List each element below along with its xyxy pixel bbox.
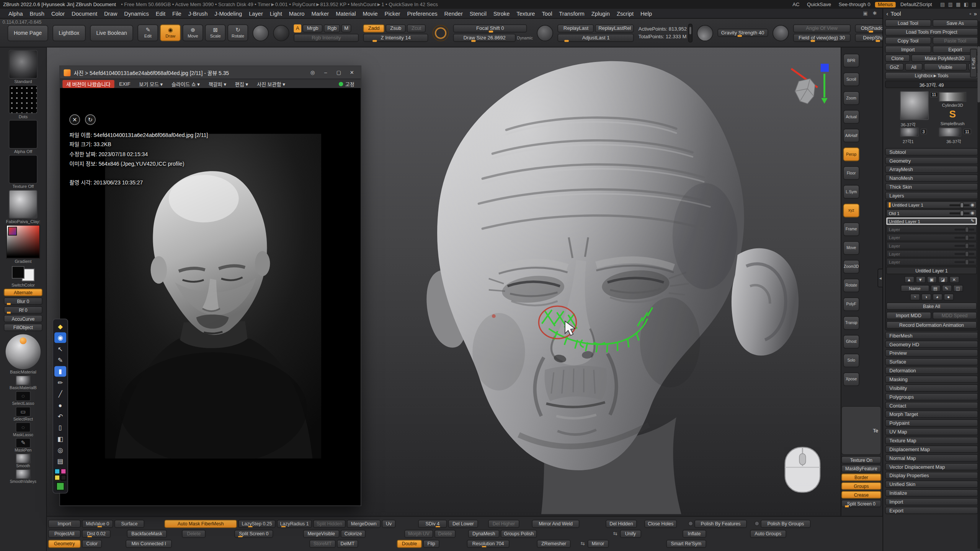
alpha-thumbnail[interactable]: Alpha Off (9, 120, 38, 153)
pin-tip-icon[interactable]: ◆ (54, 321, 66, 332)
layer-icon-3[interactable]: ◕ (932, 293, 942, 300)
tray-button[interactable]: Delete (182, 530, 206, 538)
tool-section[interactable]: NanoMesh (885, 174, 978, 182)
tool-section[interactable]: UV Map (885, 428, 978, 435)
exif-rotate-icon[interactable]: ↻ (85, 114, 96, 125)
right-shelf-button[interactable]: Zoom (843, 91, 859, 105)
tool-section[interactable]: Masking (885, 375, 978, 383)
layer-row[interactable]: Layer ◉ ✎ (886, 242, 977, 249)
layer-slider[interactable] (949, 212, 969, 214)
dock-back-icon[interactable]: ‹ (886, 11, 888, 17)
menu-item[interactable]: File (169, 10, 185, 16)
minimize-icon[interactable]: – (321, 70, 331, 75)
focal-shift-slider[interactable]: Focal Shift 0 (453, 24, 527, 32)
groups-button[interactable]: Groups (841, 482, 881, 490)
gravity-strength-slider[interactable]: Gravity Strength 40 (717, 29, 768, 37)
ruler-icon[interactable]: ╱ (54, 389, 66, 399)
pencil-icon[interactable]: ✏ (54, 377, 66, 388)
right-shelf-button[interactable]: Floor (843, 166, 859, 180)
adjust-last-slider[interactable]: AdjustLast 1 (558, 33, 634, 41)
tool-section[interactable]: Deformation (885, 367, 978, 374)
material-preview[interactable]: BasicMaterial (6, 333, 41, 374)
layer-record-icon[interactable]: ✎ (971, 218, 975, 223)
tool-section[interactable]: Geometry (885, 157, 978, 165)
right-shelf-button[interactable]: Ghost (843, 335, 859, 349)
tray-button[interactable]: Mirror (587, 540, 609, 548)
menu-item[interactable]: Layer (245, 10, 266, 16)
tool-section[interactable]: Export (885, 507, 978, 514)
tool-button[interactable]: Clone (885, 54, 910, 62)
texture-on-button[interactable]: Texture On (841, 456, 881, 464)
menu-item[interactable]: Color (48, 10, 68, 16)
right-shelf-button[interactable]: Transp (843, 316, 859, 330)
layer-duplicate-button[interactable]: ◪ (938, 276, 948, 283)
angle-of-view-button[interactable]: Angle Of View (793, 24, 850, 32)
menu-item[interactable]: Alpha (5, 10, 26, 16)
zsub-button[interactable]: Zsub (386, 24, 406, 32)
recent-tool-thumbnail-1[interactable] (900, 127, 919, 137)
tool-button[interactable]: Import (885, 46, 931, 53)
menu-item[interactable]: Preferences (403, 10, 441, 16)
tool-section-layers[interactable]: Layers (885, 192, 978, 199)
z-intensity-slider[interactable]: Z Intensity 14 (363, 33, 428, 41)
move-mode-button[interactable]: ⊕ Move (183, 24, 203, 41)
undo-icon[interactable]: ↶ (54, 411, 66, 422)
right-shelf-button[interactable]: Frame (843, 222, 859, 236)
tray-button[interactable]: Inflate (682, 530, 706, 538)
tray-button[interactable]: Auto Groups (750, 530, 786, 538)
material-sphere[interactable] (6, 334, 41, 369)
tool-section[interactable]: FiberMesh (885, 332, 978, 339)
tool-button[interactable]: Visible (924, 63, 967, 71)
tray-button[interactable]: Groups Polish (501, 530, 537, 538)
layer-record-button[interactable]: ✎ (942, 285, 952, 292)
pin-window-icon[interactable]: ◎ (307, 70, 317, 75)
menu-item[interactable]: Document (68, 10, 101, 16)
layer-icon-4[interactable]: ● (944, 293, 954, 300)
right-shelf-button[interactable]: Zoom3D (843, 260, 859, 274)
grid-icon[interactable]: ▦ (955, 2, 961, 7)
active-tool-thumbnail[interactable] (900, 91, 929, 120)
menu-item[interactable]: Dynamics (121, 10, 152, 16)
tray-button[interactable]: Close Holes (644, 520, 677, 528)
brush-thumbnail[interactable]: Standard (9, 50, 38, 84)
right-shelf-button[interactable]: Rotate (843, 279, 859, 292)
tray-button[interactable]: BackfaceMask (127, 530, 167, 538)
tray-button[interactable]: MergeVisible (303, 530, 340, 538)
eraser-icon[interactable]: ◧ (54, 434, 66, 444)
menu-item[interactable]: Zscript (613, 10, 637, 16)
rf-slider[interactable]: Rf 0 (4, 306, 42, 314)
right-shelf-button[interactable]: L.Sym (843, 185, 859, 199)
active-color-swatch[interactable] (56, 482, 64, 490)
main-color-swatch[interactable] (12, 266, 24, 279)
layer-row[interactable]: Untitled Layer 1 ◉ ✎ (886, 201, 977, 209)
swatch-black[interactable] (60, 475, 66, 481)
brush-slot-masklasso[interactable]: ◌ MaskLasso (13, 422, 34, 437)
close-icon[interactable]: ✕ (347, 70, 357, 75)
menu-item[interactable]: Light (266, 10, 286, 16)
swatch-magenta[interactable] (60, 469, 66, 474)
collapsed-subpalette[interactable]: Te (841, 406, 881, 455)
cursor-icon[interactable]: ↖ (54, 344, 66, 354)
right-shelf-button[interactable]: Scroll (843, 72, 859, 86)
tray-button[interactable]: Dist 0.02 (82, 530, 111, 538)
tool-section[interactable]: Display Properties (885, 472, 978, 479)
tray-button[interactable]: SDiv 4 (418, 520, 447, 528)
layer-row[interactable]: Layer ◉ ✎ (886, 250, 977, 258)
simplebrush-thumbnail[interactable]: S (946, 109, 959, 121)
photo-library-menu[interactable]: 사진 보관함 ▾ (253, 80, 289, 87)
display-icon[interactable]: ▥ (947, 2, 954, 7)
layer-icon-2[interactable]: ◑ (921, 293, 931, 300)
layer-slider[interactable] (954, 245, 974, 246)
record-deformation-button[interactable]: Record Deformation Animation (886, 321, 977, 329)
menubar-window-icon[interactable]: ▣ (862, 11, 869, 16)
stroke-preview-icon[interactable] (253, 24, 269, 41)
selected-layer-name[interactable]: Untitled Layer 1 (886, 267, 977, 274)
crease-button[interactable]: Crease (841, 491, 881, 499)
tray-button[interactable]: Colorize (341, 530, 366, 538)
right-shelf-button[interactable]: xyz (843, 204, 859, 217)
menu-item[interactable]: Brush (26, 10, 48, 16)
menu-item[interactable]: Help (637, 10, 655, 16)
tool-section[interactable]: Polygroups (885, 393, 978, 401)
tray-button[interactable]: Auto Mask FiberMesh (164, 520, 237, 528)
tray-button[interactable]: Split Screen 0 (234, 530, 273, 538)
